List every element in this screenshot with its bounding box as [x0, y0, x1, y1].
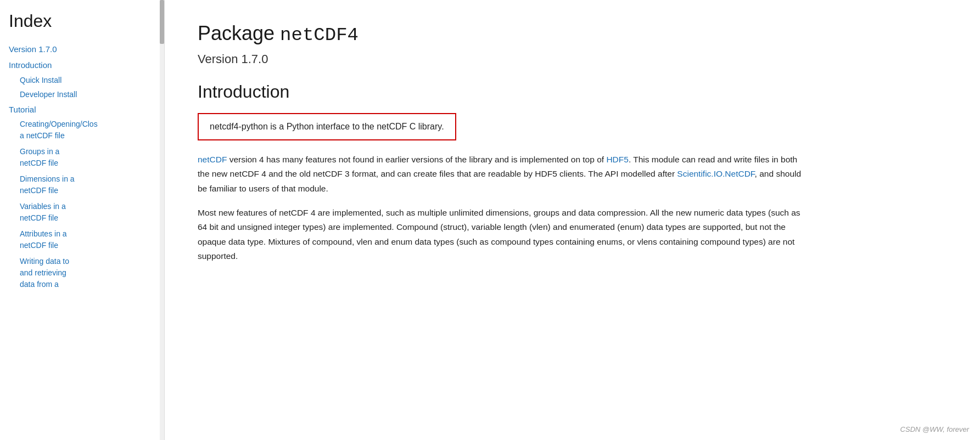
sidebar-item-quick-install[interactable]: Quick Install: [20, 74, 155, 87]
main-content: Package netCDF4 Version 1.7.0 Introducti…: [165, 0, 980, 440]
highlight-box: netcdf4-python is a Python interface to …: [198, 113, 456, 140]
highlight-text: netcdf4-python is a Python interface to …: [210, 122, 444, 131]
sidebar-item-attributes[interactable]: Attributes in anetCDF file: [20, 228, 155, 252]
sidebar-item-developer-install[interactable]: Developer Install: [20, 88, 155, 101]
package-name: netCDF4: [280, 25, 359, 46]
netcdf-link[interactable]: netCDF: [198, 155, 227, 164]
para1-text1: version 4 has many features not found in…: [227, 155, 606, 164]
sidebar-item-version[interactable]: Version 1.7.0: [9, 42, 155, 57]
package-prefix: Package: [198, 22, 280, 44]
sidebar-item-groups[interactable]: Groups in anetCDF file: [20, 145, 155, 170]
sidebar-item-writing-data[interactable]: Writing data toand retrievingdata from a: [20, 255, 155, 291]
watermark: CSDN @WW, forever: [900, 425, 969, 433]
intro-heading: Introduction: [198, 82, 947, 102]
sidebar-nav: Version 1.7.0 Introduction Quick Install…: [9, 42, 155, 291]
hdf5-link[interactable]: HDF5: [606, 155, 628, 164]
sidebar-title: Index: [9, 11, 155, 31]
version-text: Version 1.7.0: [198, 52, 947, 66]
sidebar: Index Version 1.7.0 Introduction Quick I…: [0, 0, 165, 440]
paragraph-2: Most new features of netCDF 4 are implem…: [198, 206, 802, 263]
scientific-io-link[interactable]: Scientific.IO.NetCDF: [677, 169, 754, 178]
sidebar-item-introduction[interactable]: Introduction: [9, 58, 155, 73]
sidebar-item-variables[interactable]: Variables in anetCDF file: [20, 200, 155, 224]
sidebar-item-tutorial[interactable]: Tutorial: [9, 103, 155, 117]
sidebar-item-dimensions[interactable]: Dimensions in anetCDF file: [20, 173, 155, 197]
package-heading: Package netCDF4: [198, 22, 947, 46]
sidebar-item-creating[interactable]: Creating/Opening/Closa netCDF file: [20, 118, 155, 142]
paragraph-1: netCDF version 4 has many features not f…: [198, 153, 802, 196]
